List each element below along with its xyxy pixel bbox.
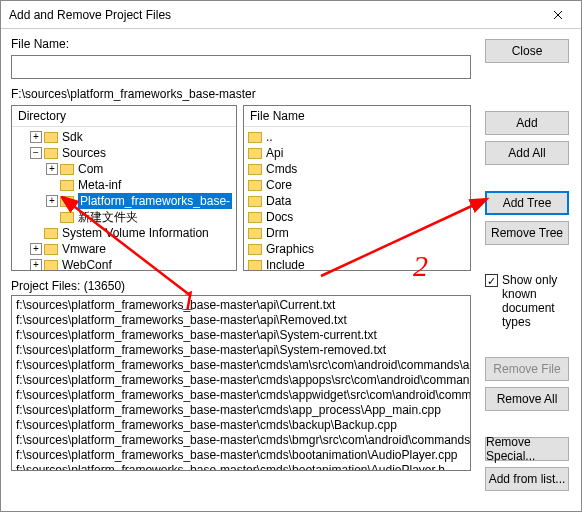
tree-item[interactable]: 新建文件夹 — [14, 209, 234, 225]
folder-icon — [248, 260, 262, 271]
tree-item[interactable]: Meta-inf — [14, 177, 234, 193]
folder-icon — [248, 164, 262, 175]
directory-header: Directory — [12, 106, 236, 127]
list-item[interactable]: Docs — [248, 209, 466, 225]
list-item[interactable]: Graphics — [248, 241, 466, 257]
list-item[interactable]: Drm — [248, 225, 466, 241]
folder-icon — [248, 148, 262, 159]
folder-icon — [44, 260, 58, 271]
list-item[interactable]: Include — [248, 257, 466, 271]
add-all-button[interactable]: Add All — [485, 141, 569, 165]
list-item[interactable]: Cmds — [248, 161, 466, 177]
close-button[interactable]: Close — [485, 39, 569, 63]
tree-label: Vmware — [62, 241, 106, 257]
tree-label: Sources — [62, 145, 106, 161]
add-tree-button[interactable]: Add Tree — [485, 191, 569, 215]
list-item[interactable]: .. — [248, 129, 466, 145]
file-name-input[interactable] — [11, 55, 471, 79]
show-known-types-checkbox[interactable]: ✓ Show only known document types — [485, 273, 569, 329]
list-item[interactable]: f:\sources\platform_frameworks_base-mast… — [16, 373, 466, 388]
directory-tree[interactable]: +Sdk −Sources +Com Meta-inf +Platform_fr… — [12, 127, 236, 271]
list-item[interactable]: f:\sources\platform_frameworks_base-mast… — [16, 418, 466, 433]
tree-label: 新建文件夹 — [78, 209, 138, 225]
tree-item[interactable]: −Sources — [14, 145, 234, 161]
tree-item-selected[interactable]: +Platform_frameworks_base- — [14, 193, 234, 209]
tree-label: WebConf — [62, 257, 112, 271]
list-item[interactable]: Data — [248, 193, 466, 209]
title-bar: Add and Remove Project Files — [1, 1, 581, 29]
tree-item[interactable]: System Volume Information — [14, 225, 234, 241]
folder-icon — [60, 164, 74, 175]
folder-icon — [44, 132, 58, 143]
folder-icon — [60, 180, 74, 191]
tree-label: Platform_frameworks_base- — [78, 193, 232, 209]
folder-icon — [248, 212, 262, 223]
tree-item[interactable]: +Sdk — [14, 129, 234, 145]
directory-panel: Directory +Sdk −Sources +Com Meta-inf +P… — [11, 105, 237, 271]
checkbox-label: Show only known document types — [502, 273, 569, 329]
tree-label: Meta-inf — [78, 177, 121, 193]
tree-item[interactable]: +WebConf — [14, 257, 234, 271]
tree-item[interactable]: +Vmware — [14, 241, 234, 257]
project-files-list[interactable]: f:\sources\platform_frameworks_base-mast… — [11, 295, 471, 471]
list-item[interactable]: Core — [248, 177, 466, 193]
remove-all-button[interactable]: Remove All — [485, 387, 569, 411]
file-list-header: File Name — [244, 106, 470, 127]
list-item[interactable]: f:\sources\platform_frameworks_base-mast… — [16, 343, 466, 358]
folder-icon — [248, 180, 262, 191]
list-item[interactable]: f:\sources\platform_frameworks_base-mast… — [16, 433, 466, 448]
remove-special-button[interactable]: Remove Special... — [485, 437, 569, 461]
add-button[interactable]: Add — [485, 111, 569, 135]
tree-label: Sdk — [62, 129, 83, 145]
list-item[interactable]: Api — [248, 145, 466, 161]
folder-icon — [60, 212, 74, 223]
list-item[interactable]: f:\sources\platform_frameworks_base-mast… — [16, 388, 466, 403]
tree-label: Com — [78, 161, 103, 177]
list-item[interactable]: f:\sources\platform_frameworks_base-mast… — [16, 358, 466, 373]
button-sidebar: Close Add Add All Add Tree Remove Tree ✓… — [485, 39, 569, 512]
checkbox-icon: ✓ — [485, 274, 498, 287]
add-from-list-button[interactable]: Add from list... — [485, 467, 569, 491]
folder-icon — [44, 148, 58, 159]
list-item[interactable]: f:\sources\platform_frameworks_base-mast… — [16, 313, 466, 328]
list-item[interactable]: f:\sources\platform_frameworks_base-mast… — [16, 448, 466, 463]
folder-icon — [248, 244, 262, 255]
tree-label: System Volume Information — [62, 225, 209, 241]
tree-item[interactable]: +Com — [14, 161, 234, 177]
list-item[interactable]: f:\sources\platform_frameworks_base-mast… — [16, 298, 466, 313]
remove-file-button[interactable]: Remove File — [485, 357, 569, 381]
folder-icon — [60, 196, 74, 207]
list-item[interactable]: f:\sources\platform_frameworks_base-mast… — [16, 403, 466, 418]
folder-icon — [248, 132, 262, 143]
folder-icon — [248, 228, 262, 239]
close-icon — [553, 10, 563, 20]
folder-icon — [248, 196, 262, 207]
list-item[interactable]: f:\sources\platform_frameworks_base-mast… — [16, 463, 466, 471]
window-title: Add and Remove Project Files — [9, 8, 535, 22]
remove-tree-button[interactable]: Remove Tree — [485, 221, 569, 245]
folder-icon — [44, 228, 58, 239]
folder-icon — [44, 244, 58, 255]
list-item[interactable]: f:\sources\platform_frameworks_base-mast… — [16, 328, 466, 343]
window-close-button[interactable] — [535, 1, 581, 29]
file-list[interactable]: .. Api Cmds Core Data Docs Drm Graphics … — [244, 127, 470, 271]
file-list-panel: File Name .. Api Cmds Core Data Docs Drm… — [243, 105, 471, 271]
